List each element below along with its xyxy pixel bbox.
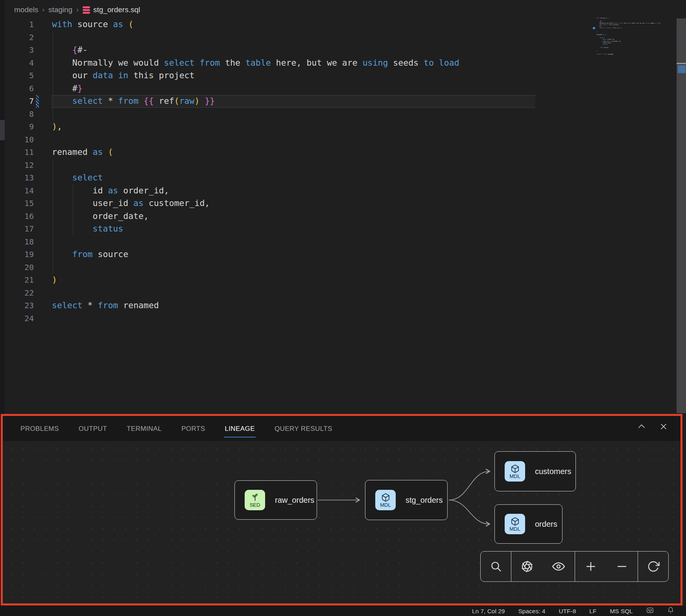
aperture-icon[interactable] xyxy=(521,560,533,573)
lineage-node-stg_orders[interactable]: MDLstg_orders xyxy=(365,480,448,520)
zoom-out-icon[interactable] xyxy=(616,560,628,573)
chevron-right-icon: › xyxy=(76,6,79,14)
line-number[interactable]: 8 xyxy=(5,108,34,121)
code-line[interactable]: our data in this project xyxy=(52,69,459,82)
line-number[interactable]: 22 xyxy=(5,287,34,300)
code-line[interactable]: from source xyxy=(52,248,459,261)
code-line[interactable]: {#- xyxy=(52,44,459,57)
code-line[interactable]: ) xyxy=(52,274,459,287)
tab-problems[interactable]: PROBLEMS xyxy=(20,419,60,438)
code-line[interactable]: select * from {{ ref(raw) }} xyxy=(52,95,459,108)
overview-ruler-modified-marker xyxy=(678,65,686,73)
eol-setting[interactable]: LF xyxy=(589,608,596,615)
code-line[interactable]: select * from renamed xyxy=(52,299,459,312)
code-line[interactable]: renamed as ( xyxy=(52,146,459,159)
line-number[interactable]: 13 xyxy=(5,171,34,184)
language-mode[interactable]: MS SQL xyxy=(610,608,633,615)
panel-actions xyxy=(636,421,669,432)
tab-query-results[interactable]: QUERY RESULTS xyxy=(274,419,333,438)
code-line[interactable] xyxy=(52,108,459,121)
line-number[interactable]: 2 xyxy=(5,31,34,44)
close-panel-icon[interactable] xyxy=(658,421,669,432)
eye-icon[interactable] xyxy=(552,560,565,573)
line-number[interactable]: 17 xyxy=(5,222,34,235)
code-line[interactable]: user_id as customer_id, xyxy=(52,197,459,210)
code-line[interactable] xyxy=(52,261,459,274)
line-number[interactable]: 23 xyxy=(5,299,34,312)
chevron-right-icon: › xyxy=(42,6,44,14)
line-number[interactable]: 14 xyxy=(5,184,34,197)
cursor-position[interactable]: Ln 7, Col 29 xyxy=(472,608,505,615)
breadcrumb: models › staging › stg_orders.sql xyxy=(14,4,140,16)
code-line[interactable]: Normally we would select from the table … xyxy=(52,57,459,70)
line-number[interactable]: 11 xyxy=(5,146,34,159)
search-icon[interactable] xyxy=(490,560,502,573)
node-label: stg_orders xyxy=(406,496,443,505)
cube-icon: MDL xyxy=(505,514,525,534)
collapse-panel-icon[interactable] xyxy=(636,421,647,432)
line-number[interactable]: 4 xyxy=(5,57,34,70)
line-number[interactable]: 19 xyxy=(5,248,34,261)
editor-scrollbar[interactable] xyxy=(677,18,686,413)
editor-gutter[interactable]: 123456789101112131415161718192021222324 xyxy=(5,18,34,325)
line-number[interactable]: 1 xyxy=(5,18,34,31)
line-number[interactable]: 5 xyxy=(5,69,34,82)
lineage-node-raw_orders[interactable]: SEDraw_orders xyxy=(234,480,317,520)
code-line[interactable] xyxy=(52,287,459,300)
breadcrumb-item-models[interactable]: models xyxy=(14,6,38,14)
modified-line-marker xyxy=(36,95,39,108)
code-line xyxy=(596,55,673,57)
indentation-setting[interactable]: Spaces: 4 xyxy=(518,608,545,615)
minimap[interactable]: with source as ( {#- Normally we would s… xyxy=(596,17,673,57)
line-number[interactable]: 24 xyxy=(5,312,34,325)
line-number[interactable]: 20 xyxy=(5,261,34,274)
code-line[interactable] xyxy=(52,159,459,172)
code-line[interactable]: #} xyxy=(52,82,459,95)
lineage-node-customers[interactable]: MDLcustomers xyxy=(494,451,576,491)
code-line[interactable]: select xyxy=(52,171,459,184)
line-number[interactable]: 16 xyxy=(5,210,34,223)
code-line[interactable]: order_date, xyxy=(52,210,459,223)
code-line[interactable] xyxy=(52,235,459,248)
cube-icon: MDL xyxy=(505,461,525,482)
code-line[interactable]: ), xyxy=(52,120,459,133)
breadcrumb-item-staging[interactable]: staging xyxy=(48,6,72,14)
feedback-smiley-icon[interactable] xyxy=(646,607,654,616)
line-number[interactable]: 12 xyxy=(5,159,34,172)
cube-icon: MDL xyxy=(375,490,396,510)
node-label: raw_orders xyxy=(275,496,314,505)
line-number[interactable]: 3 xyxy=(5,44,34,57)
tab-ports[interactable]: PORTS xyxy=(181,419,206,438)
tab-terminal[interactable]: TERMINAL xyxy=(126,419,162,438)
file-name: stg_orders.sql xyxy=(93,6,140,14)
line-number[interactable]: 21 xyxy=(5,274,34,287)
code-line[interactable] xyxy=(52,133,459,146)
line-number[interactable]: 9 xyxy=(5,120,34,133)
notifications-bell-icon[interactable] xyxy=(667,607,674,616)
code-editor[interactable]: with source as ( {#- Normally we would s… xyxy=(52,18,459,325)
code-line[interactable] xyxy=(52,312,459,325)
line-number[interactable]: 15 xyxy=(5,197,34,210)
encoding[interactable]: UTF-8 xyxy=(559,608,576,615)
database-icon xyxy=(83,6,90,14)
tab-output[interactable]: OUTPUT xyxy=(78,419,108,438)
lineage-node-orders[interactable]: MDLorders xyxy=(494,504,562,544)
node-label: customers xyxy=(535,467,571,476)
overview-ruler-line xyxy=(677,63,686,64)
line-number[interactable]: 7 xyxy=(5,95,34,108)
sprout-icon: SED xyxy=(245,490,265,510)
tab-lineage[interactable]: LINEAGE xyxy=(224,419,256,438)
node-label: orders xyxy=(535,520,557,529)
code-line[interactable]: with source as ( xyxy=(52,18,459,31)
line-number[interactable]: 18 xyxy=(5,235,34,248)
code-line[interactable]: status xyxy=(52,222,459,235)
code-line[interactable] xyxy=(52,31,459,44)
breadcrumb-item-file[interactable]: stg_orders.sql xyxy=(83,6,140,14)
activity-strip-thumb[interactable] xyxy=(0,120,5,140)
refresh-icon[interactable] xyxy=(647,560,660,573)
zoom-in-icon[interactable] xyxy=(585,560,597,573)
code-line[interactable]: id as order_id, xyxy=(52,184,459,197)
minimap-modified-marker xyxy=(593,27,595,29)
line-number[interactable]: 10 xyxy=(5,133,34,146)
line-number[interactable]: 6 xyxy=(5,82,34,95)
